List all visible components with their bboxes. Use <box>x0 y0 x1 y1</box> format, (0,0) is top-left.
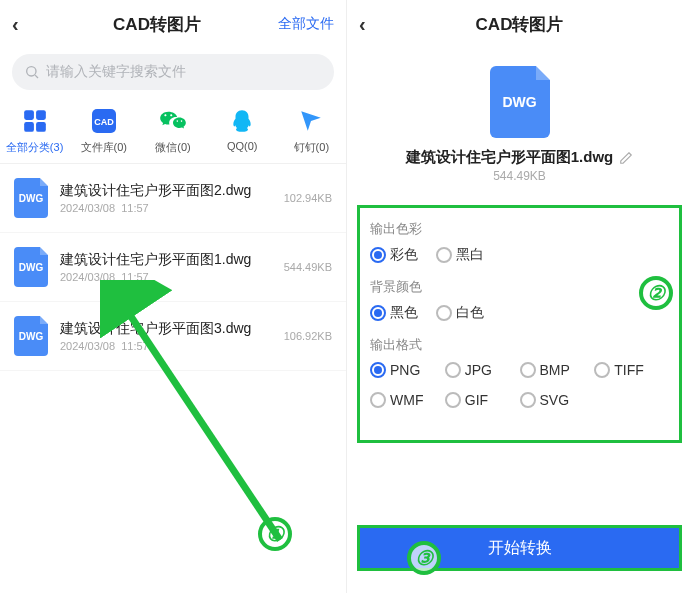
file-name: 建筑设计住宅户形平面图2.dwg <box>60 182 284 200</box>
file-preview: DWG 建筑设计住宅户形平面图1.dwg 544.49KB <box>347 48 692 193</box>
opt-bg-color: 背景颜色 黑色 白色 <box>370 278 669 322</box>
annotation-badge-3: ③ <box>407 541 441 575</box>
page-title-left: CAD转图片 <box>36 13 278 36</box>
svg-rect-5 <box>36 122 46 132</box>
category-tabs: 全部分类(3) CAD 文件库(0) 微信(0) QQ(0) 钉钉(0) <box>0 96 346 164</box>
wechat-icon <box>158 106 188 136</box>
file-name: 建筑设计住宅户形平面图3.dwg <box>60 320 284 338</box>
grid-icon <box>20 106 50 136</box>
cat-qq[interactable]: QQ(0) <box>211 106 273 155</box>
radio-fmt-gif[interactable]: GIF <box>445 392 520 408</box>
radio-fmt-tiff[interactable]: TIFF <box>594 362 669 378</box>
svg-line-1 <box>35 75 38 78</box>
page-title-right: CAD转图片 <box>383 13 656 36</box>
file-meta: 2024/03/08 11:57 <box>60 202 284 214</box>
cat-files[interactable]: CAD 文件库(0) <box>73 106 135 155</box>
file-size: 102.94KB <box>284 192 332 204</box>
file-meta: 2024/03/08 11:57 <box>60 340 284 352</box>
file-browser-pane: ‹ CAD转图片 全部文件 请输入关键字搜索文件 全部分类(3) CAD 文件库… <box>0 0 346 593</box>
file-meta: 2024/03/08 11:57 <box>60 271 284 283</box>
file-size: 544.49KB <box>284 261 332 273</box>
search-placeholder: 请输入关键字搜索文件 <box>46 63 186 81</box>
dingtalk-icon <box>296 106 326 136</box>
selected-file-name: 建筑设计住宅户形平面图1.dwg <box>406 148 614 167</box>
all-files-link[interactable]: 全部文件 <box>278 15 334 33</box>
file-type-icon: DWG <box>14 316 48 356</box>
radio-color-color[interactable]: 彩色 <box>370 246 418 264</box>
convert-options-pane: ‹ CAD转图片 DWG 建筑设计住宅户形平面图1.dwg 544.49KB 输… <box>346 0 692 593</box>
qq-icon <box>227 106 257 136</box>
start-convert-button[interactable]: 开始转换 <box>357 525 682 571</box>
svg-point-0 <box>27 67 36 76</box>
annotation-badge-2: ② <box>639 276 673 310</box>
file-type-icon: DWG <box>14 178 48 218</box>
search-input[interactable]: 请输入关键字搜索文件 <box>12 54 334 90</box>
cat-all[interactable]: 全部分类(3) <box>4 106 66 155</box>
cat-wechat[interactable]: 微信(0) <box>142 106 204 155</box>
selected-file-size: 544.49KB <box>347 169 692 183</box>
svg-text:CAD: CAD <box>94 117 114 127</box>
file-row[interactable]: DWG 建筑设计住宅户形平面图2.dwg 2024/03/08 11:57 10… <box>0 164 346 233</box>
svg-rect-2 <box>24 110 34 120</box>
file-size: 106.92KB <box>284 330 332 342</box>
header-left: ‹ CAD转图片 全部文件 <box>0 0 346 48</box>
search-icon <box>24 64 40 80</box>
options-block: 输出色彩 彩色 黑白 背景颜色 黑色 白色 输出格式 PNG JPG BMP T… <box>357 205 682 443</box>
opt-output-color: 输出色彩 彩色 黑白 <box>370 220 669 264</box>
cat-dingtalk[interactable]: 钉钉(0) <box>280 106 342 155</box>
annotation-badge-1: ① <box>258 517 292 551</box>
radio-fmt-svg[interactable]: SVG <box>520 392 595 408</box>
file-row[interactable]: DWG 建筑设计住宅户形平面图3.dwg 2024/03/08 11:57 10… <box>0 302 346 371</box>
radio-bg-black[interactable]: 黑色 <box>370 304 418 322</box>
radio-fmt-bmp[interactable]: BMP <box>520 362 595 378</box>
radio-bg-white[interactable]: 白色 <box>436 304 484 322</box>
back-icon[interactable]: ‹ <box>12 13 36 36</box>
radio-fmt-wmf[interactable]: WMF <box>370 392 445 408</box>
back-icon[interactable]: ‹ <box>359 13 383 36</box>
file-type-icon: DWG <box>14 247 48 287</box>
radio-fmt-jpg[interactable]: JPG <box>445 362 520 378</box>
file-name: 建筑设计住宅户形平面图1.dwg <box>60 251 284 269</box>
header-right: ‹ CAD转图片 <box>347 0 692 48</box>
cad-icon: CAD <box>89 106 119 136</box>
radio-fmt-png[interactable]: PNG <box>370 362 445 378</box>
svg-rect-3 <box>36 110 46 120</box>
opt-format: 输出格式 PNG JPG BMP TIFF WMF GIF SVG <box>370 336 669 408</box>
file-row[interactable]: DWG 建筑设计住宅户形平面图1.dwg 2024/03/08 11:57 54… <box>0 233 346 302</box>
svg-rect-4 <box>24 122 34 132</box>
edit-icon[interactable] <box>619 151 633 165</box>
file-type-icon-large: DWG <box>490 66 550 138</box>
radio-color-bw[interactable]: 黑白 <box>436 246 484 264</box>
